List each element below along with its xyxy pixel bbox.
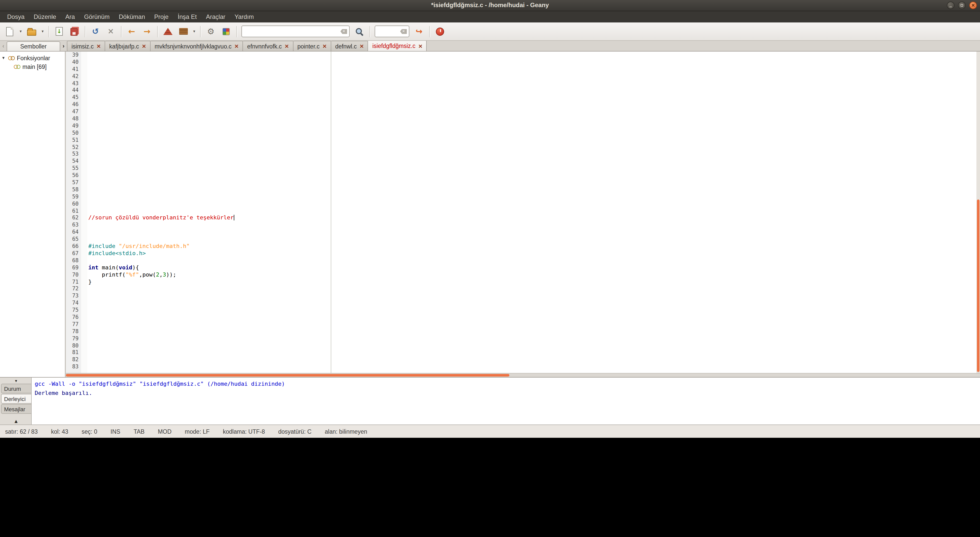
compiler-message[interactable]: Derleme başarılı. — [35, 389, 980, 397]
line-number[interactable]: 42 — [66, 73, 81, 80]
code-line-75[interactable]: 75 — [66, 307, 977, 314]
line-number[interactable]: 68 — [66, 257, 81, 264]
menu-ara[interactable]: Ara — [61, 11, 80, 22]
code-line-65[interactable]: 65 — [66, 236, 977, 243]
nav-forward-button[interactable]: → — [139, 24, 155, 39]
code-line-53[interactable]: 53 — [66, 151, 977, 158]
tab-close-icon[interactable]: × — [418, 43, 422, 49]
code-line-74[interactable]: 74 — [66, 300, 977, 307]
code-line-76[interactable]: 76 — [66, 314, 977, 321]
line-number[interactable]: 81 — [66, 349, 81, 356]
line-number[interactable]: 79 — [66, 335, 81, 342]
tab-pointer-c[interactable]: pointer.c× — [293, 41, 331, 51]
code-line-40[interactable]: 40 — [66, 59, 977, 66]
code-line-83[interactable]: 83 — [66, 363, 977, 370]
code-line-43[interactable]: 43 — [66, 80, 977, 87]
sidebar-tab-symbols[interactable]: Semboller — [6, 41, 60, 51]
code-line-54[interactable]: 54 — [66, 158, 977, 165]
sidebar-tabs-scroll-right-icon[interactable]: › — [60, 41, 67, 51]
code-line-41[interactable]: 41 — [66, 66, 977, 73]
line-number[interactable]: 51 — [66, 137, 81, 144]
line-number[interactable]: 62 — [66, 214, 81, 222]
code-line-44[interactable]: 44 — [66, 87, 977, 94]
sidebar-tabs-scroll-left-icon[interactable]: ‹ — [0, 41, 6, 51]
line-number[interactable]: 82 — [66, 356, 81, 364]
build-button[interactable] — [176, 24, 191, 39]
msgwin-tab-mesajlar[interactable]: Mesajlar — [1, 404, 31, 414]
code-line-52[interactable]: 52 — [66, 144, 977, 151]
tab-close-icon[interactable]: × — [142, 43, 146, 49]
code-line-78[interactable]: 78 — [66, 328, 977, 335]
new-file-button[interactable] — [2, 24, 18, 39]
tab-efnvnnfvofk-c[interactable]: efnvnnfvofk.c× — [243, 41, 293, 51]
tab-isimsiz-c[interactable]: isimsiz.c× — [67, 41, 105, 51]
code-line-70[interactable]: 70 printf("%f",pow(2,3)); — [66, 271, 977, 278]
goto-line-button[interactable]: ↪ — [411, 24, 427, 39]
code-line-59[interactable]: 59 — [66, 193, 977, 200]
line-number[interactable]: 60 — [66, 200, 81, 207]
color-chooser-button[interactable] — [218, 24, 234, 39]
line-number[interactable]: 67 — [66, 250, 81, 257]
code-line-42[interactable]: 42 — [66, 73, 977, 80]
line-number[interactable]: 56 — [66, 172, 81, 179]
menu-görünüm[interactable]: Görünüm — [80, 11, 114, 22]
maximize-button[interactable] — [958, 2, 966, 9]
editor-vertical-scrollbar[interactable] — [977, 51, 980, 373]
code-line-72[interactable]: 72 — [66, 286, 977, 292]
close-document-button[interactable]: × — [103, 24, 118, 39]
menu-proje[interactable]: Proje — [150, 11, 173, 22]
code-line-50[interactable]: 50 — [66, 130, 977, 137]
line-number[interactable]: 70 — [66, 271, 81, 278]
menu-döküman[interactable]: Döküman — [115, 11, 150, 22]
code-line-39[interactable]: 39 — [66, 51, 977, 59]
editor[interactable]: 3940414243444546474849505152535455565758… — [66, 51, 980, 377]
expander-icon[interactable]: ▼ — [2, 56, 6, 60]
menu-yardım[interactable]: Yardım — [230, 11, 259, 22]
menu-i-nşa-et[interactable]: İnşa Et — [173, 11, 201, 22]
line-number[interactable]: 50 — [66, 130, 81, 137]
line-number[interactable]: 41 — [66, 66, 81, 73]
nav-back-button[interactable]: ← — [124, 24, 139, 39]
line-number[interactable]: 43 — [66, 80, 81, 87]
line-number[interactable]: 63 — [66, 222, 81, 229]
code-line-66[interactable]: 66#include "/usr/include/math.h" — [66, 243, 977, 250]
line-number[interactable]: 74 — [66, 300, 81, 307]
msgwin-tab-derleyici[interactable]: Derleyici — [1, 394, 31, 404]
msg-tabs-scroll-up-icon[interactable]: ▲ — [1, 418, 31, 424]
line-number[interactable]: 58 — [66, 186, 81, 193]
open-file-button[interactable] — [24, 24, 39, 39]
code-line-62[interactable]: 62//sorun çözüldü vonderplanitz'e teşekk… — [66, 214, 977, 222]
search-entry-input[interactable] — [244, 28, 339, 35]
menu-düzenle[interactable]: Düzenle — [29, 11, 61, 22]
code-line-71[interactable]: 71} — [66, 278, 977, 286]
build-menu-dropdown[interactable]: ▾ — [191, 24, 197, 39]
line-number[interactable]: 71 — [66, 278, 81, 286]
revert-button[interactable]: ↺ — [88, 24, 103, 39]
code-line-61[interactable]: 61 — [66, 207, 977, 214]
symbols-root-item[interactable]: ▼ Fonksiyonlar — [0, 54, 65, 62]
minimize-button[interactable] — [947, 2, 955, 9]
line-number[interactable]: 61 — [66, 207, 81, 214]
line-number[interactable]: 80 — [66, 342, 81, 349]
line-number[interactable]: 69 — [66, 264, 81, 271]
titlebar[interactable]: *isiefdgfldğmsiz.c - /home/hudai - Geany — [0, 0, 980, 11]
code-line-46[interactable]: 46 — [66, 101, 977, 108]
save-all-button[interactable] — [67, 24, 82, 39]
code-line-68[interactable]: 68 — [66, 257, 977, 264]
code-line-60[interactable]: 60 — [66, 200, 977, 207]
line-number[interactable]: 55 — [66, 165, 81, 172]
vertical-scrollbar-thumb[interactable] — [977, 200, 980, 372]
code-line-82[interactable]: 82 — [66, 356, 977, 364]
tab-close-icon[interactable]: × — [323, 43, 326, 49]
tab-isiefdgfldğmsiz-c[interactable]: isiefdgfldğmsiz.c× — [368, 41, 427, 51]
code-line-47[interactable]: 47 — [66, 108, 977, 115]
code-line-55[interactable]: 55 — [66, 165, 977, 172]
tab-close-icon[interactable]: × — [285, 43, 289, 49]
fold-minus-icon[interactable] — [82, 265, 86, 270]
code-line-77[interactable]: 77 — [66, 321, 977, 328]
tab-close-icon[interactable]: × — [360, 43, 364, 49]
code-line-64[interactable]: 64 — [66, 229, 977, 236]
code-line-58[interactable]: 58 — [66, 186, 977, 193]
tab-close-icon[interactable]: × — [234, 43, 239, 49]
search-button[interactable] — [352, 24, 367, 39]
